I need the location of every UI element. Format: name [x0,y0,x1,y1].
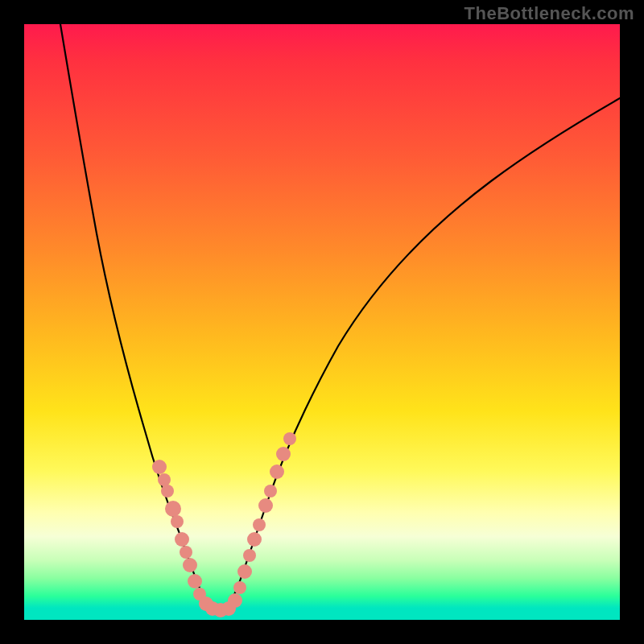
scatter-dot [253,518,266,531]
scatter-dot [180,546,192,559]
curve-left [60,24,217,612]
scatter-dot [247,532,262,547]
chart-svg [24,24,620,620]
chart-frame: TheBottleneck.com [0,0,644,644]
scatter-dot [175,532,189,547]
scatter-dot [233,581,246,594]
scatter-dot [188,574,202,588]
watermark-text: TheBottleneck.com [464,3,634,24]
scatter-dot [183,558,197,572]
scatter-points [152,432,296,617]
scatter-dot [228,593,242,608]
scatter-dot [171,515,184,528]
scatter-dot [264,485,277,497]
scatter-dot [165,501,181,517]
scatter-dot [283,432,296,445]
scatter-dot [152,460,167,474]
scatter-dot [243,549,256,562]
scatter-dot [270,464,284,479]
plot-area [24,24,620,620]
scatter-dot [237,564,252,579]
scatter-dot [158,473,171,486]
scatter-dot [276,447,291,461]
scatter-dot [258,498,273,513]
scatter-dot [161,485,174,497]
curve-right [221,98,620,612]
